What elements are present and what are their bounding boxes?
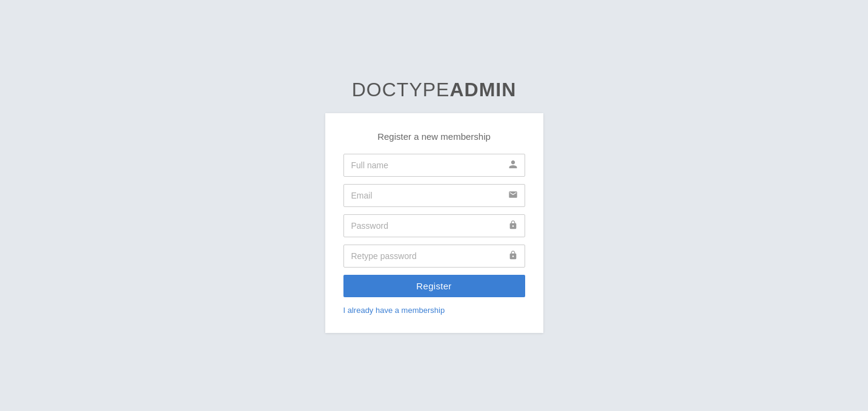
- app-title-normal: DOCTYPE: [352, 79, 450, 100]
- password-input[interactable]: [343, 214, 525, 237]
- app-title: DOCTYPEADMIN: [352, 79, 517, 101]
- membership-link[interactable]: I already have a membership: [343, 306, 525, 315]
- retype-password-group: [343, 245, 525, 268]
- fullname-input[interactable]: [343, 154, 525, 177]
- retype-password-input[interactable]: [343, 245, 525, 268]
- app-title-bold: ADMIN: [449, 79, 516, 100]
- register-button[interactable]: Register: [343, 275, 525, 297]
- password-group: [343, 214, 525, 237]
- email-group: [343, 184, 525, 207]
- card-heading: Register a new membership: [343, 131, 525, 142]
- register-card: Register a new membership: [325, 113, 543, 333]
- fullname-group: [343, 154, 525, 177]
- page-wrapper: DOCTYPEADMIN Register a new membership: [325, 79, 543, 333]
- email-input[interactable]: [343, 184, 525, 207]
